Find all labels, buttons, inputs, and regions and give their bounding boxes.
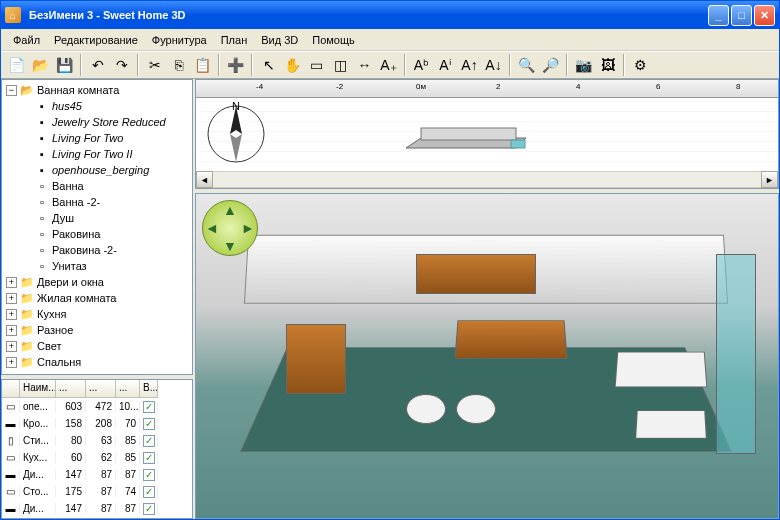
view-3d-canvas[interactable] (196, 194, 778, 518)
nav-right-icon[interactable]: ► (239, 219, 257, 237)
cell-visible[interactable]: ✓ (140, 435, 158, 447)
pan-icon[interactable]: ✋ (281, 54, 304, 77)
tree-item[interactable]: ▪Jewelry Store Reduced (4, 114, 190, 130)
tree-category[interactable]: +📁Кухня (4, 306, 190, 322)
font-decrease-icon[interactable]: A↓ (482, 54, 505, 77)
cell-d: 62 (86, 452, 116, 463)
checkbox-icon[interactable]: ✓ (143, 401, 155, 413)
tree-category[interactable]: +📁Свет (4, 338, 190, 354)
tree-item[interactable]: ▫Унитаз (4, 258, 190, 274)
expand-icon[interactable]: + (6, 277, 17, 288)
col-w[interactable]: ... (56, 380, 86, 398)
expand-icon[interactable]: + (6, 309, 17, 320)
scroll-left-icon[interactable]: ◄ (196, 171, 213, 188)
expand-icon[interactable]: + (6, 325, 17, 336)
maximize-button[interactable]: □ (731, 5, 752, 26)
col-h[interactable]: ... (116, 380, 140, 398)
collapse-icon[interactable]: − (6, 85, 17, 96)
scroll-right-icon[interactable]: ► (761, 171, 778, 188)
menu-plan[interactable]: План (215, 32, 254, 48)
tree-item[interactable]: ▪hus45 (4, 98, 190, 114)
checkbox-icon[interactable]: ✓ (143, 486, 155, 498)
plan-canvas[interactable]: N (196, 98, 778, 171)
cell-visible[interactable]: ✓ (140, 503, 158, 515)
tree-item[interactable]: ▫Раковина (4, 226, 190, 242)
tree-category[interactable]: +📁Жилая комната (4, 290, 190, 306)
checkbox-icon[interactable]: ✓ (143, 435, 155, 447)
font-italic-icon[interactable]: Aⁱ (434, 54, 457, 77)
tree-item[interactable]: ▪openhouse_berging (4, 162, 190, 178)
tree-item[interactable]: ▪Living For Two II (4, 146, 190, 162)
menu-furniture[interactable]: Фурнитура (146, 32, 213, 48)
cell-w: 60 (56, 452, 86, 463)
expand-icon[interactable]: + (6, 341, 17, 352)
text-icon[interactable]: A₊ (377, 54, 400, 77)
menu-edit[interactable]: Редактирование (48, 32, 144, 48)
paste-icon[interactable]: 📋 (191, 54, 214, 77)
col-name[interactable]: Наим... (20, 380, 56, 398)
table-row[interactable]: ▯Сти...806385✓ (2, 432, 192, 449)
col-d[interactable]: ... (86, 380, 116, 398)
tree-item[interactable]: ▫Душ (4, 210, 190, 226)
table-row[interactable]: ▬Ди...1478787✓ (2, 500, 192, 517)
checkbox-icon[interactable]: ✓ (143, 418, 155, 430)
tree-item[interactable]: ▫Ванна -2- (4, 194, 190, 210)
furniture-tree[interactable]: −📂Ванная комната▪hus45▪Jewelry Store Red… (1, 79, 193, 375)
plan-scrollbar[interactable]: ◄ ► (196, 171, 778, 188)
room-icon[interactable]: ◫ (329, 54, 352, 77)
pointer-icon[interactable]: ↖ (257, 54, 280, 77)
col-vis[interactable]: В... (140, 380, 158, 398)
menu-view3d[interactable]: Вид 3D (255, 32, 304, 48)
plan-view[interactable]: -4 -2 0м 2 4 6 8 N (195, 79, 779, 189)
new-file-icon[interactable]: 📄 (5, 54, 28, 77)
view-3d[interactable]: ▲ ◄► ▼ (195, 193, 779, 519)
save-icon[interactable]: 💾 (53, 54, 76, 77)
photo-icon[interactable]: 🖼 (596, 54, 619, 77)
cell-visible[interactable]: ✓ (140, 401, 158, 413)
nav-down-icon[interactable]: ▼ (221, 237, 239, 255)
cell-visible[interactable]: ✓ (140, 469, 158, 481)
nav-up-icon[interactable]: ▲ (221, 201, 239, 219)
cell-visible[interactable]: ✓ (140, 452, 158, 464)
copy-icon[interactable]: ⎘ (167, 54, 190, 77)
cut-icon[interactable]: ✂ (143, 54, 166, 77)
dimension-icon[interactable]: ↔ (353, 54, 376, 77)
tree-item[interactable]: ▫Ванна (4, 178, 190, 194)
preferences-icon[interactable]: ⚙ (629, 54, 652, 77)
font-increase-icon[interactable]: A↑ (458, 54, 481, 77)
tree-category[interactable]: +📁Разное (4, 322, 190, 338)
cell-visible[interactable]: ✓ (140, 486, 158, 498)
open-file-icon[interactable]: 📂 (29, 54, 52, 77)
tree-item[interactable]: ▪Living For Two (4, 130, 190, 146)
checkbox-icon[interactable]: ✓ (143, 503, 155, 515)
nav-left-icon[interactable]: ◄ (203, 219, 221, 237)
checkbox-icon[interactable]: ✓ (143, 469, 155, 481)
camera-icon[interactable]: 📷 (572, 54, 595, 77)
minimize-button[interactable]: _ (708, 5, 729, 26)
tree-category[interactable]: +📁Двери и окна (4, 274, 190, 290)
close-button[interactable]: ✕ (754, 5, 775, 26)
font-bold-icon[interactable]: Aᵇ (410, 54, 433, 77)
tree-item[interactable]: ▫Раковина -2- (4, 242, 190, 258)
table-row[interactable]: ▬Ди...1478787✓ (2, 466, 192, 483)
table-row[interactable]: ▭Кух...606285✓ (2, 449, 192, 466)
redo-icon[interactable]: ↷ (110, 54, 133, 77)
expand-icon[interactable]: + (6, 293, 17, 304)
scroll-track[interactable] (213, 171, 761, 188)
cell-visible[interactable]: ✓ (140, 418, 158, 430)
table-row[interactable]: ▬Кро...15820870✓ (2, 415, 192, 432)
undo-icon[interactable]: ↶ (86, 54, 109, 77)
titlebar[interactable]: ⌂ БезИмени 3 - Sweet Home 3D _ □ ✕ (1, 1, 779, 29)
table-row[interactable]: ▭опе...60347210...✓ (2, 398, 192, 415)
expand-icon[interactable]: + (6, 357, 17, 368)
menu-help[interactable]: Помощь (306, 32, 361, 48)
wall-icon[interactable]: ▭ (305, 54, 328, 77)
zoom-out-icon[interactable]: 🔎 (539, 54, 562, 77)
tree-category[interactable]: +📁Спальня (4, 354, 190, 370)
add-furniture-icon[interactable]: ➕ (224, 54, 247, 77)
tree-root[interactable]: −📂Ванная комната (4, 82, 190, 98)
menu-file[interactable]: Файл (7, 32, 46, 48)
checkbox-icon[interactable]: ✓ (143, 452, 155, 464)
table-row[interactable]: ▭Сто...1758774✓ (2, 483, 192, 500)
zoom-in-icon[interactable]: 🔍 (515, 54, 538, 77)
